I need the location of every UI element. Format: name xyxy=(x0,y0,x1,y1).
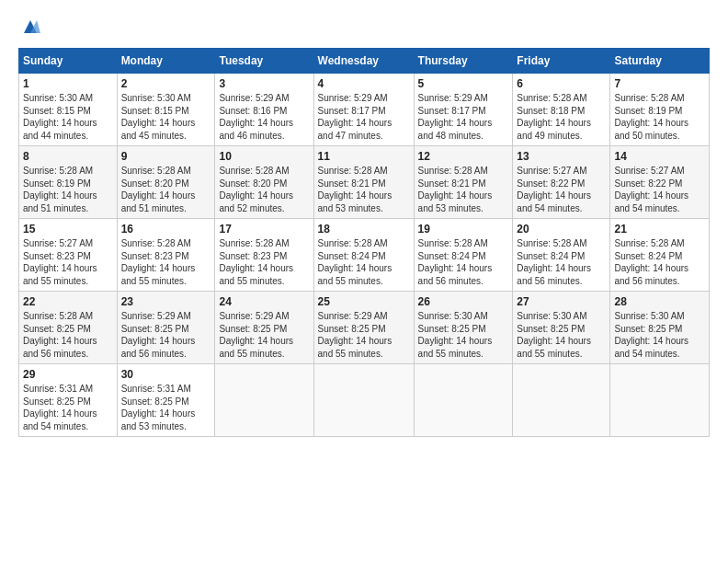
calendar-cell xyxy=(513,364,610,437)
day-number: 15 xyxy=(23,223,113,236)
day-number: 14 xyxy=(614,150,705,163)
day-number: 2 xyxy=(121,77,211,90)
cell-info: Sunrise: 5:28 AMSunset: 8:23 PMDaylight:… xyxy=(121,237,211,287)
calendar-cell: 7Sunrise: 5:28 AMSunset: 8:19 PMDaylight… xyxy=(610,74,710,146)
calendar-cell: 24Sunrise: 5:29 AMSunset: 8:25 PMDayligh… xyxy=(215,292,313,364)
cell-info: Sunrise: 5:28 AMSunset: 8:23 PMDaylight:… xyxy=(219,237,309,287)
calendar-cell: 22Sunrise: 5:28 AMSunset: 8:25 PMDayligh… xyxy=(19,292,118,364)
cell-info: Sunrise: 5:28 AMSunset: 8:19 PMDaylight:… xyxy=(614,92,705,142)
cell-info: Sunrise: 5:31 AMSunset: 8:25 PMDaylight:… xyxy=(121,383,211,432)
calendar-cell: 27Sunrise: 5:30 AMSunset: 8:25 PMDayligh… xyxy=(513,292,610,364)
weekday-header-friday: Friday xyxy=(513,49,610,74)
calendar-cell xyxy=(610,364,710,437)
calendar-cell: 10Sunrise: 5:28 AMSunset: 8:20 PMDayligh… xyxy=(215,146,313,219)
header-area xyxy=(18,17,710,37)
calendar-cell: 11Sunrise: 5:28 AMSunset: 8:21 PMDayligh… xyxy=(313,146,414,219)
logo-icon xyxy=(20,17,40,37)
cell-info: Sunrise: 5:29 AMSunset: 8:25 PMDaylight:… xyxy=(219,310,309,360)
calendar-cell: 19Sunrise: 5:28 AMSunset: 8:24 PMDayligh… xyxy=(414,219,513,292)
calendar-cell: 14Sunrise: 5:27 AMSunset: 8:22 PMDayligh… xyxy=(610,146,710,219)
day-number: 11 xyxy=(318,150,410,163)
calendar-table: SundayMondayTuesdayWednesdayThursdayFrid… xyxy=(18,48,710,437)
calendar-row-1: 8Sunrise: 5:28 AMSunset: 8:19 PMDaylight… xyxy=(19,146,710,219)
cell-info: Sunrise: 5:30 AMSunset: 8:15 PMDaylight:… xyxy=(121,92,211,142)
calendar-cell: 1Sunrise: 5:30 AMSunset: 8:15 PMDaylight… xyxy=(19,74,118,146)
day-number: 19 xyxy=(418,223,509,236)
cell-info: Sunrise: 5:28 AMSunset: 8:21 PMDaylight:… xyxy=(418,165,509,214)
day-number: 13 xyxy=(517,150,606,163)
day-number: 29 xyxy=(23,368,113,381)
day-number: 1 xyxy=(23,77,113,90)
cell-info: Sunrise: 5:30 AMSunset: 8:25 PMDaylight:… xyxy=(418,310,509,360)
cell-info: Sunrise: 5:30 AMSunset: 8:15 PMDaylight:… xyxy=(23,92,113,142)
day-number: 12 xyxy=(418,150,509,163)
calendar-cell: 5Sunrise: 5:29 AMSunset: 8:17 PMDaylight… xyxy=(414,74,513,146)
day-number: 23 xyxy=(121,295,211,308)
cell-info: Sunrise: 5:29 AMSunset: 8:16 PMDaylight:… xyxy=(219,92,309,142)
day-number: 30 xyxy=(121,368,211,381)
calendar-container: SundayMondayTuesdayWednesdayThursdayFrid… xyxy=(0,0,728,446)
calendar-cell: 18Sunrise: 5:28 AMSunset: 8:24 PMDayligh… xyxy=(313,219,414,292)
calendar-row-4: 29Sunrise: 5:31 AMSunset: 8:25 PMDayligh… xyxy=(19,364,710,437)
weekday-header-sunday: Sunday xyxy=(19,49,118,74)
calendar-cell: 28Sunrise: 5:30 AMSunset: 8:25 PMDayligh… xyxy=(610,292,710,364)
day-number: 21 xyxy=(614,223,705,236)
day-number: 26 xyxy=(418,295,509,308)
calendar-cell: 30Sunrise: 5:31 AMSunset: 8:25 PMDayligh… xyxy=(117,364,215,437)
cell-info: Sunrise: 5:29 AMSunset: 8:17 PMDaylight:… xyxy=(318,92,410,142)
cell-info: Sunrise: 5:28 AMSunset: 8:20 PMDaylight:… xyxy=(121,165,211,214)
cell-info: Sunrise: 5:28 AMSunset: 8:24 PMDaylight:… xyxy=(318,237,410,287)
weekday-header-row: SundayMondayTuesdayWednesdayThursdayFrid… xyxy=(19,49,710,74)
calendar-cell: 13Sunrise: 5:27 AMSunset: 8:22 PMDayligh… xyxy=(513,146,610,219)
day-number: 25 xyxy=(318,295,410,308)
cell-info: Sunrise: 5:30 AMSunset: 8:25 PMDaylight:… xyxy=(517,310,606,360)
day-number: 24 xyxy=(219,295,309,308)
cell-info: Sunrise: 5:30 AMSunset: 8:25 PMDaylight:… xyxy=(614,310,705,360)
weekday-header-thursday: Thursday xyxy=(414,49,513,74)
calendar-cell: 12Sunrise: 5:28 AMSunset: 8:21 PMDayligh… xyxy=(414,146,513,219)
calendar-cell xyxy=(313,364,414,437)
calendar-cell: 8Sunrise: 5:28 AMSunset: 8:19 PMDaylight… xyxy=(19,146,118,219)
day-number: 8 xyxy=(23,150,113,163)
calendar-cell xyxy=(414,364,513,437)
cell-info: Sunrise: 5:29 AMSunset: 8:25 PMDaylight:… xyxy=(318,310,410,360)
cell-info: Sunrise: 5:31 AMSunset: 8:25 PMDaylight:… xyxy=(23,383,113,432)
cell-info: Sunrise: 5:28 AMSunset: 8:24 PMDaylight:… xyxy=(418,237,509,287)
day-number: 28 xyxy=(614,295,705,308)
cell-info: Sunrise: 5:28 AMSunset: 8:25 PMDaylight:… xyxy=(23,310,113,360)
cell-info: Sunrise: 5:29 AMSunset: 8:17 PMDaylight:… xyxy=(418,92,509,142)
calendar-row-3: 22Sunrise: 5:28 AMSunset: 8:25 PMDayligh… xyxy=(19,292,710,364)
cell-info: Sunrise: 5:28 AMSunset: 8:21 PMDaylight:… xyxy=(318,165,410,214)
calendar-cell: 17Sunrise: 5:28 AMSunset: 8:23 PMDayligh… xyxy=(215,219,313,292)
day-number: 9 xyxy=(121,150,211,163)
day-number: 7 xyxy=(614,77,705,90)
calendar-row-0: 1Sunrise: 5:30 AMSunset: 8:15 PMDaylight… xyxy=(19,74,710,146)
cell-info: Sunrise: 5:28 AMSunset: 8:24 PMDaylight:… xyxy=(614,237,705,287)
day-number: 16 xyxy=(121,223,211,236)
day-number: 27 xyxy=(517,295,606,308)
calendar-cell: 15Sunrise: 5:27 AMSunset: 8:23 PMDayligh… xyxy=(19,219,118,292)
weekday-header-wednesday: Wednesday xyxy=(313,49,414,74)
weekday-header-saturday: Saturday xyxy=(610,49,710,74)
calendar-cell: 21Sunrise: 5:28 AMSunset: 8:24 PMDayligh… xyxy=(610,219,710,292)
calendar-cell: 3Sunrise: 5:29 AMSunset: 8:16 PMDaylight… xyxy=(215,74,313,146)
day-number: 3 xyxy=(219,77,309,90)
day-number: 20 xyxy=(517,223,606,236)
day-number: 10 xyxy=(219,150,309,163)
calendar-cell: 6Sunrise: 5:28 AMSunset: 8:18 PMDaylight… xyxy=(513,74,610,146)
day-number: 18 xyxy=(318,223,410,236)
day-number: 4 xyxy=(318,77,410,90)
cell-info: Sunrise: 5:28 AMSunset: 8:19 PMDaylight:… xyxy=(23,165,113,214)
cell-info: Sunrise: 5:27 AMSunset: 8:22 PMDaylight:… xyxy=(517,165,606,214)
calendar-row-2: 15Sunrise: 5:27 AMSunset: 8:23 PMDayligh… xyxy=(19,219,710,292)
day-number: 22 xyxy=(23,295,113,308)
cell-info: Sunrise: 5:27 AMSunset: 8:22 PMDaylight:… xyxy=(614,165,705,214)
calendar-cell: 9Sunrise: 5:28 AMSunset: 8:20 PMDaylight… xyxy=(117,146,215,219)
cell-info: Sunrise: 5:28 AMSunset: 8:18 PMDaylight:… xyxy=(517,92,606,142)
calendar-cell: 4Sunrise: 5:29 AMSunset: 8:17 PMDaylight… xyxy=(313,74,414,146)
calendar-cell xyxy=(215,364,313,437)
calendar-cell: 20Sunrise: 5:28 AMSunset: 8:24 PMDayligh… xyxy=(513,219,610,292)
logo xyxy=(18,17,40,37)
calendar-cell: 25Sunrise: 5:29 AMSunset: 8:25 PMDayligh… xyxy=(313,292,414,364)
day-number: 5 xyxy=(418,77,509,90)
